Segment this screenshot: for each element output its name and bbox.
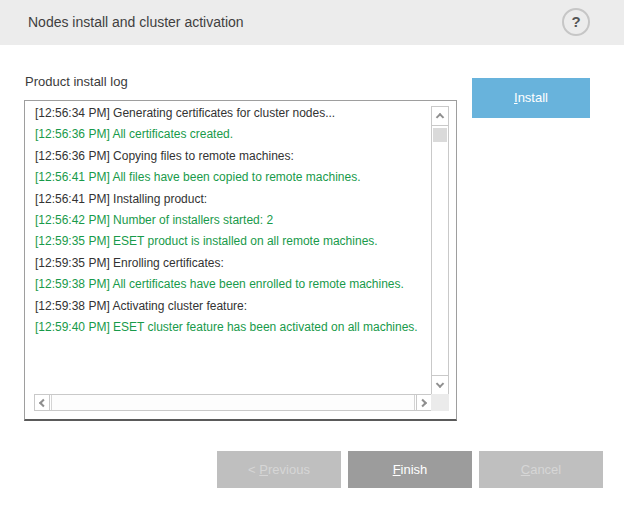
log-section-label: Product install log bbox=[25, 74, 128, 89]
log-entry: [12:56:36 PM] Copying files to remote ma… bbox=[35, 146, 445, 167]
vertical-scroll-thumb[interactable] bbox=[433, 128, 447, 142]
previous-button[interactable]: < Previous bbox=[217, 451, 341, 488]
log-timestamp: [12:56:41 PM] bbox=[35, 192, 110, 206]
log-message: ESET product is installed on all remote … bbox=[113, 234, 378, 248]
cancel-button[interactable]: Cancel bbox=[479, 451, 603, 488]
log-timestamp: [12:56:34 PM] bbox=[35, 106, 110, 120]
log-message: Number of installers started: 2 bbox=[113, 213, 273, 227]
log-message: All certificates have been enrolled to r… bbox=[112, 277, 404, 291]
log-entry: [12:56:36 PM] All certificates created. bbox=[35, 124, 445, 145]
log-entry: [12:59:35 PM] ESET product is installed … bbox=[35, 231, 445, 252]
log-entry: [12:59:38 PM] All certificates have been… bbox=[35, 274, 445, 295]
chevron-left-icon bbox=[39, 398, 47, 406]
titlebar: Nodes install and cluster activation ? bbox=[0, 0, 624, 45]
log-message: All certificates created. bbox=[112, 127, 233, 141]
log-entry: [12:59:40 PM] ESET cluster feature has b… bbox=[35, 317, 445, 338]
log-entries: [12:56:34 PM] Generating certificates fo… bbox=[35, 103, 445, 338]
log-timestamp: [12:59:40 PM] bbox=[35, 320, 110, 334]
scroll-down-button[interactable] bbox=[432, 375, 448, 394]
scroll-left-button[interactable] bbox=[35, 395, 50, 410]
chevron-up-icon bbox=[436, 113, 444, 121]
vertical-scrollbar[interactable] bbox=[431, 106, 449, 395]
log-entry: [12:59:35 PM] Enrolling certificates: bbox=[35, 253, 445, 274]
log-timestamp: [12:59:38 PM] bbox=[35, 299, 110, 313]
log-message: Installing product: bbox=[113, 192, 207, 206]
log-timestamp: [12:59:35 PM] bbox=[35, 256, 110, 270]
scroll-right-button[interactable] bbox=[416, 395, 431, 410]
log-timestamp: [12:56:41 PM] bbox=[35, 170, 110, 184]
log-message: Enrolling certificates: bbox=[113, 256, 224, 270]
install-button[interactable]: Install bbox=[472, 78, 590, 118]
log-message: All files have been copied to remote mac… bbox=[112, 170, 360, 184]
log-entry: [12:56:41 PM] All files have been copied… bbox=[35, 167, 445, 188]
log-timestamp: [12:59:38 PM] bbox=[35, 277, 110, 291]
chevron-right-icon bbox=[419, 398, 427, 406]
log-entry: [12:56:34 PM] Generating certificates fo… bbox=[35, 103, 445, 124]
log-message: Activating cluster feature: bbox=[112, 299, 247, 313]
help-button[interactable]: ? bbox=[562, 8, 590, 36]
product-install-log[interactable]: [12:56:34 PM] Generating certificates fo… bbox=[24, 100, 457, 421]
log-message: ESET cluster feature has been activated … bbox=[113, 320, 418, 334]
question-mark-icon: ? bbox=[571, 13, 580, 30]
log-message: Generating certificates for cluster node… bbox=[113, 106, 335, 120]
scroll-up-button[interactable] bbox=[432, 107, 448, 126]
log-timestamp: [12:56:36 PM] bbox=[35, 127, 110, 141]
log-entry: [12:59:38 PM] Activating cluster feature… bbox=[35, 296, 445, 317]
horizontal-scrollbar[interactable] bbox=[34, 394, 432, 411]
log-entry: [12:56:41 PM] Installing product: bbox=[35, 189, 445, 210]
wizard-dialog: Nodes install and cluster activation ? P… bbox=[0, 0, 624, 511]
finish-button[interactable]: Finish bbox=[348, 451, 472, 488]
log-message: Copying files to remote machines: bbox=[113, 149, 294, 163]
log-timestamp: [12:56:42 PM] bbox=[35, 213, 110, 227]
chevron-down-icon bbox=[436, 380, 444, 388]
log-timestamp: [12:59:35 PM] bbox=[35, 234, 110, 248]
page-title: Nodes install and cluster activation bbox=[28, 0, 244, 45]
scrollbar-corner bbox=[431, 394, 449, 411]
log-timestamp: [12:56:36 PM] bbox=[35, 149, 110, 163]
log-entry: [12:56:42 PM] Number of installers start… bbox=[35, 210, 445, 231]
horizontal-scroll-thumb[interactable] bbox=[51, 395, 415, 410]
